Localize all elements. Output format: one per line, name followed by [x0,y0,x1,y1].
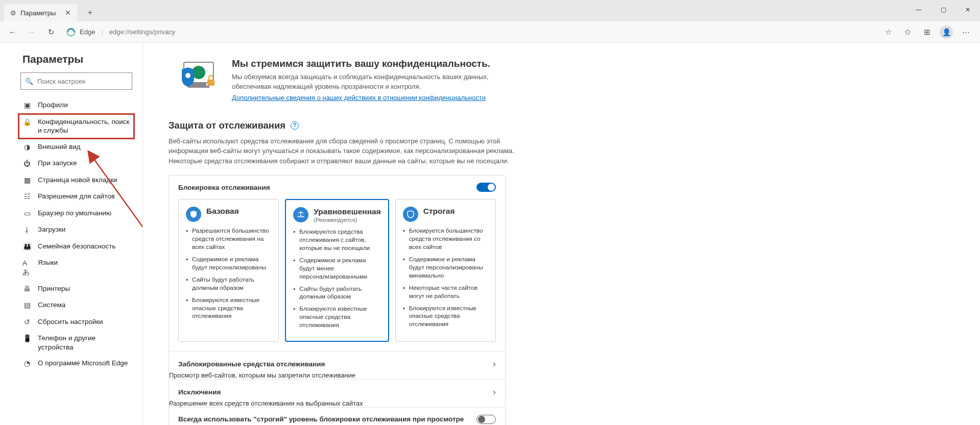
card-bullet: Содержимое и реклама будут менее персона… [293,257,380,281]
site-identity-label: Edge [80,28,95,36]
svg-rect-3 [191,83,206,86]
intro-learn-more-link[interactable]: Дополнительные сведения о наших действия… [232,94,486,102]
tracking-toggle[interactable] [476,183,496,192]
card-bullets: Блокируются средства отслеживания с сайт… [293,228,380,330]
chevron-right-icon: › [493,359,496,369]
card-bullet: Содержимое и реклама будут персонализиро… [403,256,488,280]
sidebar-item-family[interactable]: 👪 Семейная безопасность [18,238,134,255]
refresh-button[interactable]: ↻ [42,23,60,41]
language-icon: Aあ [22,259,32,277]
card-bullets: Разрешаются большинство средств отслежив… [186,227,271,320]
sidebar-item-phone[interactable]: 📱 Телефон и другие устройства [18,330,134,355]
new-tab-button[interactable]: + [81,4,99,21]
row-title: Заблокированные средства отслеживания [178,360,325,368]
tab-title: Параметры [20,9,56,17]
sidebar-item-site-permissions[interactable]: ☷ Разрешения для сайтов [18,188,134,205]
strict-inprivate-row: Всегда использовать "строгий" уровень бл… [169,407,505,425]
tracking-card-basic[interactable]: Базовая Разрешаются большинство средств … [178,199,279,342]
svg-rect-7 [207,80,214,86]
more-menu-button[interactable]: ⋯ [957,23,975,41]
card-bullets: Блокируется большинство средств отслежив… [403,227,488,329]
search-icon: 🔍 [25,78,33,85]
card-bullet: Блокируется большинство средств отслежив… [403,227,488,252]
back-button[interactable]: ← [3,23,21,41]
collections-icon[interactable]: ⊞ [918,23,936,41]
card-title: Строгая [423,207,455,216]
close-window-button[interactable]: ✕ [955,0,980,19]
sidebar-item-label: Система [38,301,65,310]
tracking-section-title: Защита от отслеживания [169,120,285,131]
sidebar-item-profiles[interactable]: ▣ Профили [18,97,134,114]
close-tab-icon[interactable]: ✕ [65,9,71,17]
blocked-trackers-row[interactable]: Заблокированные средства отслеживания › [169,351,505,371]
card-bullet: Блокируются средства отслеживания с сайт… [293,228,380,253]
sidebar-item-printers[interactable]: 🖶 Принтеры [18,281,134,297]
sidebar-item-label: Телефон и другие устройства [38,334,130,352]
favorite-star-icon[interactable]: ☆ [879,23,897,41]
sidebar-nav: ▣ Профили 🔒 Конфиденциальность, поиск и … [18,97,134,372]
basic-shield-icon [186,207,201,222]
privacy-illustration [169,58,220,99]
search-input[interactable] [37,78,128,85]
reset-icon: ↺ [22,318,32,327]
sidebar-item-startup[interactable]: ⏻ При запуске [18,155,134,172]
sidebar-item-about[interactable]: ◔ О программе Microsoft Edge [18,355,134,372]
row-title: Исключения [178,388,221,396]
sidebar-item-label: Внешний вид [38,142,81,152]
privacy-intro: Мы стремимся защитить вашу конфиденциаль… [169,58,954,102]
grid-icon: ▦ [22,176,32,185]
settings-search[interactable]: 🔍 [20,72,132,90]
card-bullet: Блокируются известные опасные средства о… [186,296,271,321]
info-icon[interactable]: ? [291,121,299,130]
card-bullet: Сайты будут работать должным образом [186,276,271,292]
balance-icon [293,207,308,222]
sidebar-item-system[interactable]: ▤ Система [18,297,134,314]
phone-icon: 📱 [22,334,32,343]
sidebar-item-privacy[interactable]: 🔒 Конфиденциальность, поиск и службы [18,114,134,139]
sidebar-item-label: Сбросить настройки [38,317,103,327]
card-bullet: Блокируются известные опасные средства о… [403,305,488,329]
card-bullet: Содержимое и реклама будут персонализиро… [186,256,271,272]
sidebar-item-label: Профили [38,101,68,110]
address-divider: | [101,28,103,36]
maximize-button[interactable]: ▢ [931,0,955,19]
favorites-icon[interactable]: ✩ [898,23,917,41]
sidebar-item-languages[interactable]: Aあ Языки [18,255,134,280]
sidebar-item-label: Страница новой вкладки [38,176,117,185]
edge-small-icon: ◔ [22,359,32,368]
card-bullet: Блокируются известные опасные средства о… [293,305,380,330]
settings-content: Мы стремимся защитить вашу конфиденциаль… [143,43,980,425]
sidebar-item-appearance[interactable]: ◑ Внешний вид [18,139,134,156]
minimize-button[interactable]: — [906,0,931,19]
intro-title: Мы стремимся защитить вашу конфиденциаль… [232,58,518,69]
profile-avatar[interactable]: 👤 [937,23,955,41]
permissions-icon: ☷ [22,192,32,202]
forward-button[interactable]: → [22,23,41,41]
strict-inprivate-toggle[interactable] [476,415,496,424]
printer-icon: 🖶 [22,285,32,294]
card-bullet: Некоторые части сайтов могут не работать [403,284,488,301]
url-text: edge://settings/privacy [109,28,175,36]
browser-tab[interactable]: ⚙ Параметры ✕ [4,4,77,21]
sidebar-item-label: Браузер по умолчанию [38,209,111,218]
tracking-card-strict[interactable]: Строгая Блокируется большинство средств … [395,199,496,342]
card-bullet: Разрешаются большинство средств отслежив… [186,227,271,252]
sidebar-item-label: Разрешения для сайтов [38,192,115,201]
row-subtitle: Разрешение всех средств отслеживания на … [169,399,505,407]
sidebar-item-default-browser[interactable]: ▭ Браузер по умолчанию [18,205,134,222]
sidebar-item-downloads[interactable]: ⭳ Загрузки [18,221,134,238]
sidebar-item-newtab[interactable]: ▦ Страница новой вкладки [18,172,134,189]
address-bar[interactable]: Edge | edge://settings/privacy [61,24,878,40]
sidebar-item-label: Принтеры [38,284,70,293]
exceptions-row[interactable]: Исключения › [169,379,505,399]
row-subtitle: Просмотр веб-сайтов, которым мы запретил… [169,371,505,379]
tracking-card-balanced[interactable]: Уравновешенная (Рекомендуется) Блокируют… [285,199,389,342]
card-bullet: Сайты будут работать должным образом [293,285,380,302]
settings-sidebar: Параметры 🔍 ▣ Профили 🔒 Конфиденциальнос… [0,43,143,425]
row-text: Всегда использовать "строгий" уровень бл… [178,415,464,425]
sidebar-item-reset[interactable]: ↺ Сбросить настройки [18,314,134,331]
sidebar-heading: Параметры [22,53,134,65]
strict-shield-icon [403,207,418,222]
profile-icon: ▣ [22,101,32,110]
sidebar-item-label: Загрузки [38,225,65,234]
